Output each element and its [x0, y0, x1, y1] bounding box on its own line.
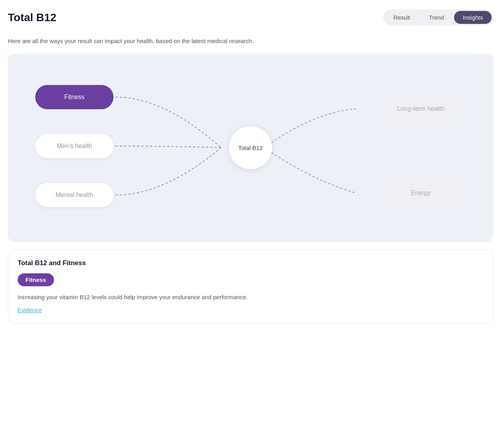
node-mental-health[interactable]: Mental health [35, 183, 114, 207]
insight-badge[interactable]: Fitness [18, 273, 54, 286]
tab-result[interactable]: Result [385, 11, 419, 24]
tab-insights[interactable]: Insights [454, 11, 492, 24]
insight-text: Increasing your vitamin B12 levels could… [18, 293, 483, 302]
tab-group: Result Trend Insights [383, 9, 493, 25]
page-header: Total B12 Result Trend Insights [8, 9, 493, 25]
evidence-link[interactable]: Evidence [18, 307, 42, 313]
tab-trend[interactable]: Trend [420, 11, 453, 24]
node-mens-health[interactable]: Men's health [35, 134, 114, 158]
node-energy[interactable]: Energy [380, 181, 462, 205]
node-center: Total B12 [229, 126, 272, 169]
insight-card-title: Total B12 and Fitness [18, 259, 483, 267]
page-title: Total B12 [8, 11, 56, 24]
mind-map-wrapper: Fitness Men's health Mental health Total… [16, 65, 485, 230]
insight-card: Total B12 and Fitness Fitness Increasing… [8, 249, 493, 323]
node-fitness[interactable]: Fitness [35, 85, 114, 109]
mind-map-container: Fitness Men's health Mental health Total… [8, 54, 493, 242]
node-long-term-health[interactable]: Long-term health [380, 97, 462, 121]
page-subtitle: Here are all the ways your result can im… [8, 36, 493, 46]
